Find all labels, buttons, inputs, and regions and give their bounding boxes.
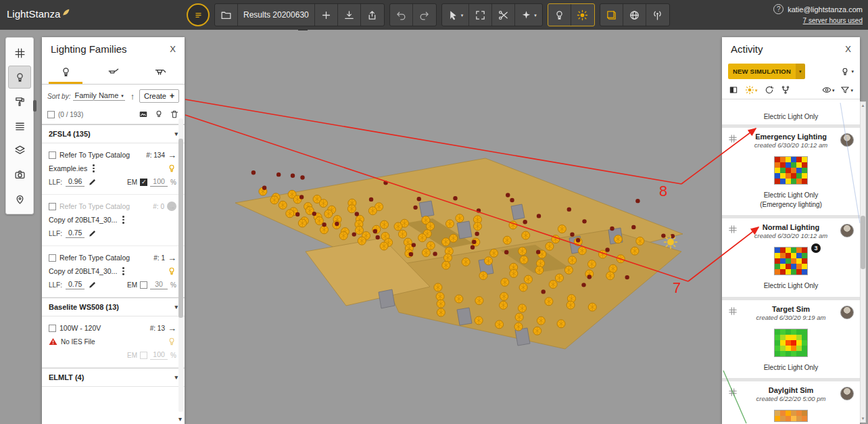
llf-value[interactable]: 0.75 — [66, 229, 85, 238]
help-button[interactable]: ? — [773, 4, 783, 14]
redo-button[interactable] — [413, 4, 436, 26]
sun-filter-button[interactable]: ▾ — [745, 85, 758, 95]
em-percent-value[interactable]: 30 — [150, 280, 168, 289]
result-thumbnail[interactable] — [774, 329, 808, 357]
new-simulation-button[interactable]: NEW SIMULATION ▾ — [728, 64, 805, 79]
split-view-button[interactable] — [729, 85, 738, 95]
simulation-type-dropdown[interactable]: ▾ — [840, 67, 854, 76]
image-icon[interactable] — [139, 110, 148, 119]
activity-card[interactable]: Target Sim created 6/30/20 9:19 am Elect… — [722, 300, 860, 379]
result-thumbnail[interactable] — [774, 156, 808, 185]
em-checkbox[interactable] — [140, 179, 147, 186]
grid-icon[interactable] — [728, 225, 738, 234]
rail-camera-tool[interactable] — [8, 163, 31, 186]
rail-grid-tool[interactable] — [8, 41, 31, 64]
fit-view-button[interactable] — [469, 4, 492, 26]
family-group-header[interactable]: Baselite WS508 (13) ▾ — [42, 298, 185, 316]
item-checkbox[interactable] — [49, 325, 56, 332]
bulb-off-icon[interactable] — [167, 337, 176, 346]
result-thumbnail[interactable] — [774, 247, 808, 275]
open-folder-button[interactable] — [215, 4, 238, 26]
trash-icon[interactable] — [170, 110, 179, 119]
grid-icon[interactable] — [728, 134, 738, 143]
scroll-down-icon[interactable]: ▾ — [178, 415, 182, 423]
cut-button[interactable] — [492, 4, 515, 26]
daylight-button[interactable] — [571, 4, 594, 26]
export-button[interactable] — [361, 4, 384, 26]
select-all-checkbox[interactable] — [47, 111, 55, 118]
tab-bulb-fixtures[interactable] — [42, 60, 89, 84]
sort-direction-button[interactable]: ↑ — [130, 91, 135, 101]
grid-icon[interactable] — [728, 306, 738, 316]
goto-fixtures-arrow[interactable]: → — [167, 202, 176, 211]
activity-card[interactable]: Emergency Lighting created 6/30/20 10:12… — [722, 128, 860, 215]
family-group-header[interactable]: 2FSL4 (135) ▾ — [42, 124, 185, 143]
undo-button[interactable] — [390, 4, 413, 26]
item-checkbox[interactable] — [49, 151, 56, 159]
em-percent-value[interactable]: 100 — [150, 350, 168, 360]
app-logo[interactable]: LightStanza — [7, 8, 70, 20]
branch-button[interactable] — [781, 85, 790, 95]
sort-dropdown[interactable]: Family Name ▾ — [73, 91, 124, 101]
scroll-up-icon[interactable]: ▴ — [861, 103, 865, 108]
item-menu-button[interactable] — [91, 164, 97, 173]
activity-scrollbar[interactable]: ▴ ▾ — [860, 101, 866, 423]
fixture-schedule-button[interactable] — [187, 3, 210, 26]
effects-button[interactable]: ▾ — [515, 4, 542, 26]
bulb-icon[interactable] — [154, 110, 164, 119]
result-thumbnail[interactable] — [774, 410, 808, 422]
new-simulation-dropdown[interactable]: ▾ — [796, 64, 805, 79]
results-label[interactable]: Results 20200630 — [238, 4, 315, 26]
tab-linear-fixtures[interactable] — [89, 60, 137, 84]
families-close-button[interactable]: X — [170, 44, 176, 54]
em-checkbox[interactable] — [140, 352, 147, 359]
llf-value[interactable]: 0.96 — [66, 177, 85, 187]
item-checkbox[interactable] — [49, 254, 56, 262]
em-percent-value[interactable]: 100 — [150, 177, 168, 187]
create-family-button[interactable]: Create + — [139, 89, 179, 103]
signal-button[interactable] — [646, 4, 669, 26]
families-scrollbar-thumb[interactable] — [178, 139, 183, 318]
goto-fixtures-arrow[interactable]: → — [168, 323, 176, 333]
scroll-down-icon[interactable]: ▾ — [861, 416, 865, 421]
activity-card-partial[interactable]: Electric Light Only — [722, 112, 860, 124]
scrollbar-thumb[interactable] — [861, 216, 865, 269]
cursor-tool-button[interactable]: ▾ — [442, 4, 470, 26]
refresh-button[interactable] — [765, 85, 774, 95]
activity-close-button[interactable]: X — [845, 44, 851, 54]
item-menu-button[interactable] — [120, 215, 126, 225]
visibility-dropdown[interactable]: ▾ — [822, 85, 835, 95]
filter-dropdown[interactable]: ▾ — [840, 85, 853, 95]
pencil-icon[interactable] — [88, 229, 97, 238]
download-button[interactable] — [338, 4, 361, 26]
rail-location-tool[interactable] — [8, 187, 31, 210]
family-group-header[interactable]: ELMLT (4) ▾ — [42, 368, 185, 387]
llf-value[interactable]: 0.75 — [66, 280, 85, 289]
goto-fixtures-arrow[interactable]: → — [168, 253, 176, 263]
globe-button[interactable] — [623, 4, 646, 26]
item-menu-button[interactable] — [120, 266, 126, 276]
pencil-icon[interactable] — [88, 280, 97, 289]
activity-card[interactable]: Daylgiht Sim created 6/22/20 5:00 pm — [722, 381, 860, 424]
electric-light-button[interactable] — [548, 4, 571, 26]
item-checkbox[interactable] — [49, 203, 56, 210]
tab-track-fixtures[interactable] — [137, 60, 185, 84]
bulb-on-icon[interactable] — [167, 164, 176, 173]
fixture-count: #: 1 — [153, 254, 165, 262]
bulb-on-icon[interactable] — [167, 266, 176, 276]
rail-lighting-tool[interactable] — [8, 66, 31, 89]
add-button[interactable] — [315, 4, 338, 26]
rail-layers-tool[interactable] — [8, 139, 31, 162]
rail-materials-tool[interactable] — [8, 90, 31, 113]
pencil-icon[interactable] — [88, 177, 97, 187]
chevron-down-icon: ▾ — [174, 374, 178, 381]
activity-card[interactable]: 3 Normal Lighting created 6/30/20 10:12 … — [722, 218, 860, 297]
goto-fixtures-arrow[interactable]: → — [168, 150, 176, 160]
rail-schedules-tool[interactable] — [8, 114, 31, 137]
em-checkbox[interactable] — [140, 281, 147, 289]
app-title: LightStanza — [7, 8, 60, 20]
server-hours-link[interactable]: 7 server hours used — [803, 17, 863, 24]
grid-icon[interactable] — [728, 387, 738, 397]
ortho-view-button[interactable] — [600, 4, 623, 26]
panel-drag-handle[interactable] — [33, 100, 37, 112]
